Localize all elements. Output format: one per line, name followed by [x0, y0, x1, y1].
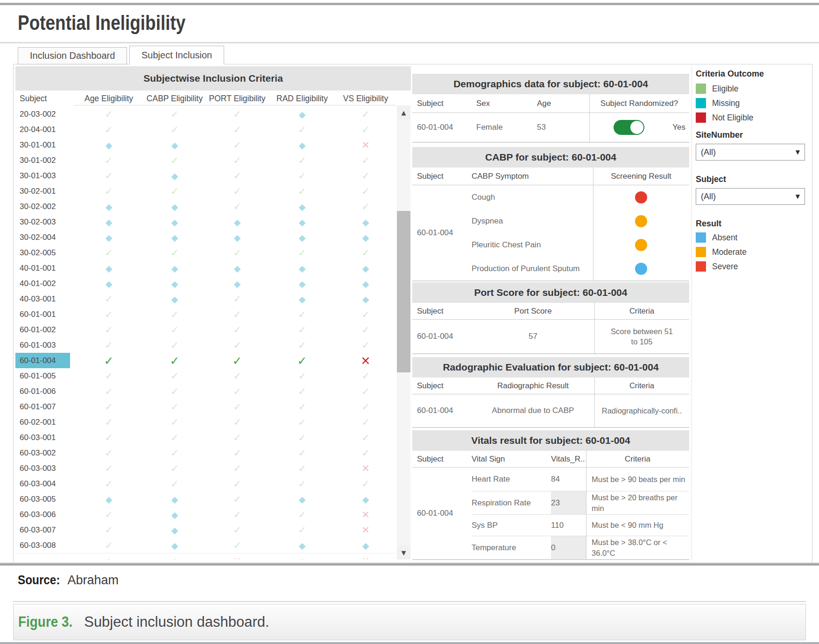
- table-row[interactable]: 60-03-005◆◆✓◆◆: [15, 491, 396, 507]
- vital-sign-label: Heart Rate: [472, 468, 551, 491]
- col-subject: Subject: [412, 99, 476, 108]
- table-row[interactable]: 60-01-004✓✓✓✓✕: [15, 353, 396, 368]
- legend-item: Eligible: [696, 84, 811, 94]
- scroll-up-icon[interactable]: ▲: [397, 105, 410, 119]
- table-row[interactable]: 60-03-004✓✓✓✓✓: [15, 476, 396, 491]
- subject-filter-dropdown[interactable]: (All) ▼: [696, 188, 805, 205]
- eligible-icon: ✓: [233, 202, 241, 211]
- missing-icon: ◆: [362, 264, 369, 273]
- symptom-label: Production of Purulent Sputum: [472, 257, 593, 280]
- table-row[interactable]: 30-02-001✓✓✓✓✓: [15, 183, 396, 199]
- not-eligible-icon: ✕: [361, 556, 370, 560]
- eligible-icon: ✓: [233, 355, 242, 366]
- eligible-icon: ✓: [361, 109, 370, 119]
- table-row[interactable]: 30-01-001◆◆✓◆✕: [15, 137, 396, 153]
- subject-id: 40-01-002: [20, 279, 56, 288]
- subject-filter-label: Subject: [696, 175, 811, 184]
- criteria-outcome-title: Criteria Outcome: [696, 69, 811, 79]
- col-subject: Subject: [412, 307, 472, 316]
- radiographic-subject: 60-01-004: [412, 394, 472, 427]
- col-vital-sign: Vital Sign: [472, 455, 551, 464]
- col-criteria: Criteria: [594, 306, 689, 316]
- table-row[interactable]: 40-01-001◆◆◆◆◆: [15, 260, 396, 276]
- table-row[interactable]: 60-03-006✓◆✓✓✕: [15, 507, 396, 522]
- col-sex: Sex: [476, 99, 537, 108]
- source-value: Abraham: [68, 573, 119, 587]
- legend-item-label: Missing: [712, 98, 740, 108]
- column-header-cabp: CABP Eligibility: [147, 94, 203, 104]
- missing-icon: ◆: [106, 279, 113, 288]
- missing-icon: ◆: [171, 510, 178, 519]
- eligible-icon: ✓: [361, 309, 370, 319]
- eligible-icon: ✓: [170, 125, 179, 134]
- scroll-down-icon[interactable]: ▼: [397, 546, 410, 560]
- chevron-down-icon: ▼: [796, 149, 800, 155]
- eligible-icon: ✓: [297, 355, 307, 366]
- table-row[interactable]: 60-01-001✓✓✓✓✓: [15, 307, 396, 322]
- missing-icon: ◆: [299, 279, 306, 288]
- table-row[interactable]: 20-03-002✓✓✓◆✓: [15, 106, 396, 122]
- tab-subject-inclusion[interactable]: Subject Inclusion: [129, 46, 224, 64]
- eligible-icon: ✓: [233, 171, 241, 181]
- table-row[interactable]: 30-01-003✓◆✓✓✓: [15, 168, 396, 183]
- subject-id: 60-03-004: [20, 479, 56, 489]
- table-row[interactable]: 40-03-001✓◆✓◆◆: [15, 291, 396, 307]
- eligible-icon: ✓: [233, 386, 241, 396]
- table-row[interactable]: 60-03-001✓✓✓✓✓: [15, 430, 396, 445]
- tab-inclusion-dashboard[interactable]: Inclusion Dashboard: [18, 47, 127, 64]
- subject-id: 30-02-002: [20, 202, 56, 211]
- table-row[interactable]: 30-02-003◆◆◆◆◆: [15, 214, 396, 230]
- table-row[interactable]: 30-02-002◆◆✓◆✓: [15, 199, 396, 214]
- subject-id: 60-03-001: [20, 433, 56, 442]
- table-row[interactable]: 30-02-005✓✓✓✓✓: [15, 245, 396, 260]
- result-legend-title: Result: [696, 219, 811, 229]
- eligible-icon: ✓: [105, 479, 113, 489]
- table-row[interactable]: 60-03-008✓◆✓◆◆: [15, 538, 396, 553]
- table-row[interactable]: 60-03-002✓✓✓✓✓: [15, 445, 396, 461]
- eligible-icon: ✓: [105, 448, 113, 458]
- subject-id: 60-01-007: [20, 402, 56, 412]
- table-row[interactable]: 40-01-002◆◆◆◆◆: [15, 276, 396, 291]
- table-row[interactable]: 60-01-005✓✓✓✓✓: [15, 368, 396, 384]
- table-row[interactable]: 60-01-006✓✓✓✓✓: [15, 384, 396, 399]
- port-score-value: 57: [472, 320, 594, 353]
- eligible-icon: ✓: [361, 186, 370, 196]
- eligible-icon: ✓: [170, 402, 179, 412]
- eligible-icon: ✓: [233, 109, 241, 119]
- missing-icon: ◆: [171, 495, 178, 504]
- not-eligible-icon: ✕: [361, 355, 371, 366]
- chevron-down-icon: ▼: [796, 193, 800, 200]
- eligible-icon: ✓: [233, 294, 241, 304]
- table-row[interactable]: 60-01-002✓✓✓✓✓: [15, 322, 396, 337]
- legend-panel: Criteria Outcome EligibleMissingNot Elig…: [696, 69, 811, 276]
- scrollbar-thumb[interactable]: [397, 211, 410, 372]
- column-divider: [594, 378, 595, 427]
- table-row[interactable]: 60-02-001✓✓✓✓✓: [15, 414, 396, 430]
- randomized-toggle[interactable]: [614, 120, 644, 135]
- table-row[interactable]: 60-01-003✓✓✓✓✓: [15, 337, 396, 353]
- column-header-vs: VS Eligibility: [343, 94, 388, 104]
- eligible-icon: ✓: [233, 140, 241, 150]
- missing-icon: ◆: [171, 279, 178, 288]
- figure-caption: Figure 3. Subject inclusion dashboard.: [13, 604, 806, 640]
- col-subject: Subject: [412, 172, 472, 181]
- missing-icon: ◆: [106, 202, 113, 211]
- subject-id: 60-01-003: [20, 341, 56, 350]
- site-filter-dropdown[interactable]: (All) ▼: [696, 144, 805, 161]
- not-eligible-icon: ✕: [361, 463, 370, 473]
- table-row[interactable]: 30-02-004◆◆◆◆◆: [15, 230, 396, 245]
- legend-item: Severe: [696, 261, 811, 272]
- demographics-subject: 60-01-004: [412, 113, 476, 142]
- panel-cabp: CABP for subject: 60-01-004 Subject CABP…: [412, 147, 689, 281]
- table-scrollbar[interactable]: ▲ ▼: [397, 105, 410, 560]
- eligible-icon: ✓: [233, 186, 241, 196]
- site-filter-label: SiteNumber: [696, 130, 811, 140]
- legend-item: Absent: [696, 232, 811, 243]
- table-row[interactable]: 60-01-007✓✓✓✓✓: [15, 399, 396, 414]
- demographics-sex: Female: [476, 113, 537, 142]
- table-row[interactable]: 60-03-007✓◆✓✓✕: [15, 522, 396, 538]
- col-criteria: Criteria: [594, 380, 689, 391]
- table-row[interactable]: 30-01-002✓✓✓✓✓: [15, 153, 396, 168]
- table-row[interactable]: 60-03-003✓✓✓✓✕: [15, 461, 396, 476]
- table-row[interactable]: 20-04-001✓✓✓✓✓: [15, 122, 396, 137]
